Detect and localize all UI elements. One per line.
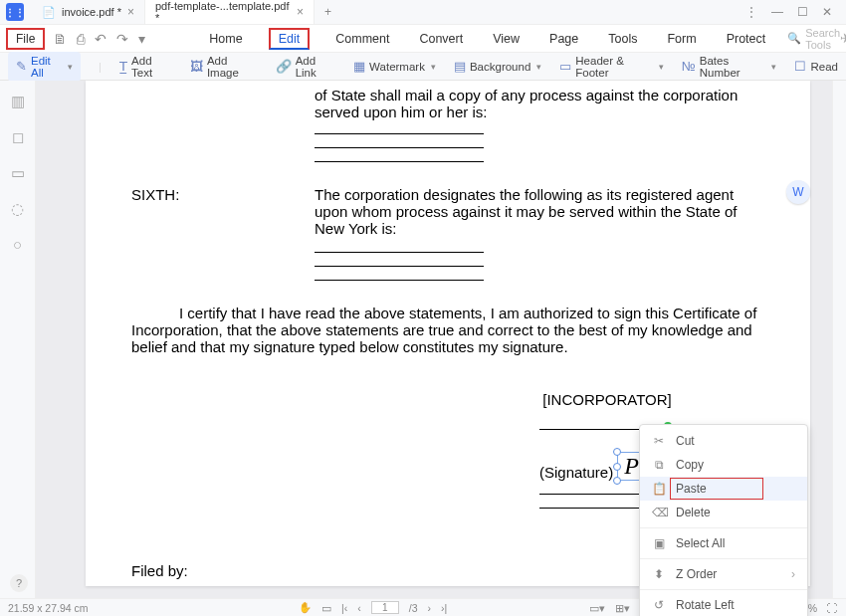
filed-by-line [131, 581, 330, 586]
menu-comment[interactable]: Comment [331, 28, 393, 50]
menu-page[interactable]: Page [545, 28, 582, 50]
cut-icon: ✂ [652, 434, 666, 448]
search-panel-icon[interactable]: ○ [13, 236, 22, 253]
minimize-icon[interactable]: — [771, 5, 783, 19]
menu-protect[interactable]: Protect [723, 28, 770, 50]
redo-icon[interactable]: ↷ [116, 31, 128, 47]
close-window-icon[interactable]: ✕ [822, 5, 832, 19]
help-button[interactable]: ? [10, 574, 28, 592]
bates-button[interactable]: №Bates Number [682, 55, 777, 79]
select-tool-icon[interactable]: ▭ [321, 602, 331, 614]
delete-icon: ⌫ [652, 506, 666, 519]
attachment-icon[interactable]: ◌ [11, 200, 24, 218]
ctx-delete[interactable]: ⌫Delete [640, 501, 807, 524]
blank-line [315, 253, 484, 267]
save-icon[interactable]: 🗎 [53, 31, 67, 47]
paste-icon: 📋 [652, 482, 666, 496]
menu-view[interactable]: View [489, 28, 524, 50]
add-link-button[interactable]: 🔗Add Link [276, 55, 335, 79]
close-icon[interactable]: × [127, 5, 134, 19]
tab-label: pdf-template-...template.pdf * [155, 0, 291, 24]
hand-tool-icon[interactable]: ✋ [299, 601, 312, 614]
word-export-button[interactable]: W [786, 180, 810, 204]
prev-page-icon[interactable]: ‹ [357, 602, 361, 614]
print-icon[interactable]: ⎙ [77, 31, 85, 47]
menu-home[interactable]: Home [205, 28, 246, 50]
menu-convert[interactable]: Convert [415, 28, 467, 50]
ctx-zorder[interactable]: ⬍Z Order [640, 562, 807, 586]
search-tools[interactable]: 🔍 Search Tools [787, 27, 840, 51]
undo-icon[interactable]: ↶ [95, 31, 106, 47]
quick-access: 🗎 ⎙ ↶ ↷ ▾ [53, 31, 145, 47]
blank-line [315, 120, 484, 134]
watermark-button[interactable]: ▦Watermark [353, 59, 436, 74]
header-actions: ✈ ⌂ ⇱ [840, 31, 846, 46]
tab-label: invoice.pdf * [62, 6, 121, 18]
blank-line [315, 239, 484, 253]
edit-all-button[interactable]: ✎Edit All [8, 52, 81, 82]
menu-form[interactable]: Form [663, 28, 700, 50]
label: Add Link [296, 55, 335, 79]
last-page-icon[interactable]: ›| [441, 602, 447, 614]
send-icon[interactable]: ✈ [840, 31, 846, 46]
label: Bates Number [700, 55, 766, 79]
add-image-button[interactable]: 🖼Add Image [190, 55, 258, 79]
blank-line [315, 148, 484, 162]
fullscreen-icon[interactable]: ⛶ [827, 602, 838, 614]
edit-ribbon: ✎Edit All | T̲Add Text 🖼Add Image 🔗Add L… [0, 53, 846, 81]
comment-panel-icon[interactable]: ▭ [11, 164, 25, 182]
page-input[interactable]: 1 [371, 601, 399, 614]
more-icon[interactable]: ⋮ [745, 5, 757, 19]
new-tab-button[interactable]: + [315, 0, 341, 24]
menu-tools[interactable]: Tools [604, 28, 641, 50]
page-dimensions: 21.59 x 27.94 cm [8, 602, 89, 614]
qat-dropdown-icon[interactable]: ▾ [138, 31, 145, 47]
label: Z Order [676, 567, 717, 581]
ctx-copy[interactable]: ⧉Copy [640, 453, 807, 477]
view-mode-icon[interactable]: ▭▾ [589, 602, 605, 614]
separator [640, 589, 807, 590]
ctx-rotate-left[interactable]: ↺Rotate Left [640, 593, 807, 616]
separator [640, 558, 807, 559]
signature-label: (Signature) [539, 464, 613, 481]
rotate-left-icon: ↺ [652, 598, 666, 612]
resize-handle[interactable] [613, 463, 621, 471]
header-footer-button[interactable]: ▭Header & Footer [559, 55, 664, 79]
background-button[interactable]: ▤Background [454, 59, 541, 74]
label: Delete [676, 506, 711, 519]
maximize-icon[interactable]: ☐ [797, 5, 808, 19]
background-icon: ▤ [454, 59, 466, 74]
window-controls: ⋮ — ☐ ✕ [732, 5, 846, 19]
ctx-select-all[interactable]: ▣Select All [640, 531, 807, 555]
ctx-cut[interactable]: ✂Cut [640, 429, 807, 453]
checkbox-icon: ☐ [794, 59, 806, 74]
label: Paste [676, 482, 707, 496]
vertical-scrollbar[interactable] [832, 81, 846, 598]
copy-icon: ⧉ [652, 458, 666, 472]
left-panel: ▥ ◻ ▭ ◌ ○ [0, 81, 36, 598]
zorder-icon: ⬍ [652, 567, 666, 581]
ctx-paste[interactable]: 📋Paste [640, 477, 807, 501]
separator [640, 527, 807, 528]
add-text-button[interactable]: T̲Add Text [119, 55, 172, 79]
read-button[interactable]: ☐Read [794, 59, 838, 74]
pencil-icon: ✎ [16, 59, 27, 74]
fit-icon[interactable]: ⊞▾ [615, 602, 630, 614]
tab-template[interactable]: pdf-template-...template.pdf * × [145, 0, 315, 24]
thumbnails-icon[interactable]: ▥ [11, 93, 25, 110]
bates-icon: № [682, 59, 696, 74]
first-page-icon[interactable]: |‹ [341, 602, 347, 614]
image-icon: 🖼 [190, 59, 203, 74]
blank-line [315, 134, 484, 148]
tab-invoice[interactable]: 📄 invoice.pdf * × [32, 0, 145, 24]
file-menu[interactable]: File [6, 28, 45, 50]
header-footer-icon: ▭ [559, 59, 571, 74]
next-page-icon[interactable]: › [428, 602, 432, 614]
close-icon[interactable]: × [297, 5, 304, 19]
cert-paragraph: I certify that I have read the above sta… [131, 305, 764, 355]
label: Add Text [131, 55, 172, 79]
menu-edit[interactable]: Edit [269, 28, 311, 50]
page-total: /3 [409, 602, 418, 614]
bookmark-icon[interactable]: ◻ [12, 128, 24, 146]
zoom-value[interactable]: % [808, 602, 817, 614]
